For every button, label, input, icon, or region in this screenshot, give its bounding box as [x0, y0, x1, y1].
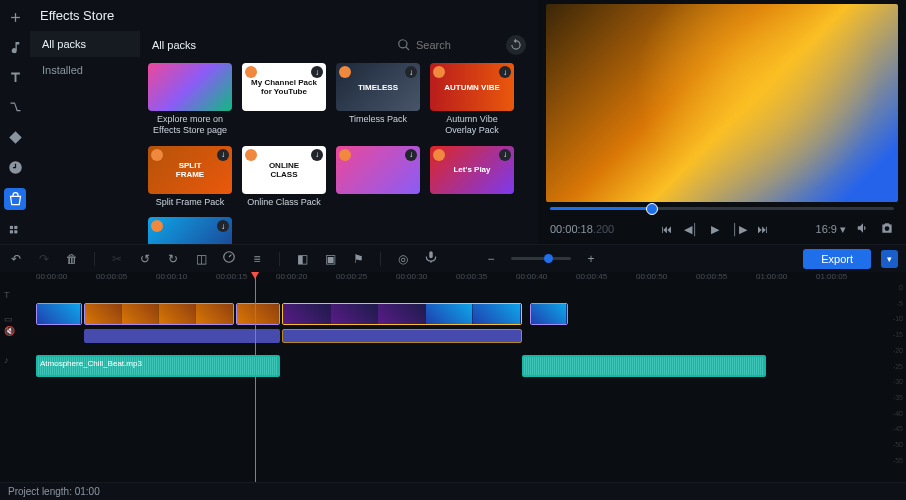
- preview-video[interactable]: [546, 4, 898, 202]
- video-track[interactable]: [36, 302, 906, 326]
- pack-label: Explore more on Effects Store page: [148, 114, 232, 136]
- download-icon[interactable]: ↓: [311, 149, 323, 161]
- play-icon[interactable]: ▶: [708, 223, 722, 236]
- status-bar: Project length: 01:00: [0, 482, 906, 500]
- track-text-icon[interactable]: T: [4, 290, 32, 300]
- search-input[interactable]: [416, 39, 496, 51]
- search-icon: [397, 38, 411, 52]
- undo-icon[interactable]: ↶: [8, 252, 24, 266]
- linked-audio-clip-selected[interactable]: [282, 329, 522, 343]
- pack-item[interactable]: AUTUMN VIBE↓Autumn Vibe Overlay Pack: [430, 63, 514, 136]
- preview-timecode: 00:00:18.200: [550, 223, 614, 236]
- download-icon[interactable]: ↓: [217, 149, 229, 161]
- refresh-button[interactable]: [506, 35, 526, 55]
- track-mute-icon[interactable]: 🔇: [4, 326, 32, 336]
- video-clip[interactable]: [36, 303, 82, 325]
- redo-icon[interactable]: ↷: [36, 252, 52, 266]
- ruler-tick: 00:00:10: [156, 272, 216, 288]
- preview-scrubber[interactable]: [546, 202, 898, 214]
- ruler-tick: 00:00:50: [636, 272, 696, 288]
- track-audio-icon[interactable]: ♪: [4, 355, 32, 365]
- ruler-tick: 00:00:40: [516, 272, 576, 288]
- tab-all-packs[interactable]: All packs: [30, 31, 140, 57]
- video-clip-selected[interactable]: [282, 303, 522, 325]
- music-icon[interactable]: [6, 38, 24, 56]
- export-dropdown[interactable]: ▾: [881, 250, 898, 268]
- pack-item[interactable]: Explore more on Effects Store page: [148, 63, 232, 136]
- preview-panel: 00:00:18.200 ⏮ ◀│ ▶ │▶ ⏭ 16:9 ▾: [538, 0, 906, 244]
- rotate-left-icon[interactable]: ↺: [137, 252, 153, 266]
- playhead[interactable]: [255, 272, 256, 482]
- premium-badge-icon: [339, 66, 351, 78]
- pack-item[interactable]: ONLINECLASS↓Online Class Pack: [242, 146, 326, 208]
- crop-icon[interactable]: ◫: [193, 252, 209, 266]
- track-video-icon[interactable]: ▭: [4, 314, 32, 324]
- pack-item[interactable]: ↓: [336, 146, 420, 208]
- download-icon[interactable]: ↓: [405, 66, 417, 78]
- download-icon[interactable]: ↓: [217, 220, 229, 232]
- linked-audio-clip[interactable]: [84, 329, 280, 343]
- more-icon[interactable]: [6, 222, 24, 240]
- video-clip[interactable]: [84, 303, 234, 325]
- ruler-tick: 01:00:00: [756, 272, 816, 288]
- premium-badge-icon: [245, 66, 257, 78]
- overlay-icon[interactable]: ▣: [322, 252, 338, 266]
- delete-icon[interactable]: 🗑: [64, 252, 80, 266]
- tab-installed[interactable]: Installed: [30, 57, 140, 83]
- color-icon[interactable]: ◧: [294, 252, 310, 266]
- pack-item[interactable]: TIMELESS↓Timeless Pack: [336, 63, 420, 136]
- pack-label: Autumn Vibe Overlay Pack: [430, 114, 514, 136]
- properties-icon[interactable]: ≡: [249, 252, 265, 266]
- download-icon[interactable]: ↓: [499, 149, 511, 161]
- cut-icon[interactable]: ✂: [109, 252, 125, 266]
- zoom-out-icon[interactable]: −: [483, 252, 499, 266]
- ruler-tick: 00:00:25: [336, 272, 396, 288]
- pack-item[interactable]: My Channel Packfor YouTube↓: [242, 63, 326, 136]
- pack-label: Timeless Pack: [349, 114, 407, 125]
- volume-icon[interactable]: [856, 221, 870, 237]
- audio-clip[interactable]: Atmosphere_Chill_Beat.mp3: [36, 355, 280, 377]
- timeline: 00:00:0000:00:0500:00:1000:00:1500:00:20…: [0, 272, 906, 482]
- premium-badge-icon: [151, 220, 163, 232]
- skip-end-icon[interactable]: ⏭: [756, 223, 770, 235]
- step-back-icon[interactable]: ◀│: [684, 223, 698, 236]
- video-clip[interactable]: [530, 303, 568, 325]
- sticker-icon[interactable]: [6, 128, 24, 146]
- aspect-ratio-select[interactable]: 16:9 ▾: [816, 223, 846, 236]
- svg-rect-0: [9, 225, 12, 228]
- search-box[interactable]: [397, 38, 496, 52]
- step-fwd-icon[interactable]: │▶: [732, 223, 746, 236]
- text-icon[interactable]: [6, 68, 24, 86]
- ruler-tick: 00:00:35: [456, 272, 516, 288]
- transition-icon[interactable]: [6, 98, 24, 116]
- ruler-tick: 00:00:20: [276, 272, 336, 288]
- zoom-in-icon[interactable]: +: [583, 252, 599, 266]
- timeline-ruler[interactable]: 00:00:0000:00:0500:00:1000:00:1500:00:20…: [0, 272, 906, 288]
- pack-item[interactable]: SPLITFRAME↓Split Frame Pack: [148, 146, 232, 208]
- audio-clip[interactable]: [522, 355, 766, 377]
- add-icon[interactable]: [6, 8, 24, 26]
- rotate-right-icon[interactable]: ↻: [165, 252, 181, 266]
- speed-icon[interactable]: [221, 250, 237, 267]
- mic-icon[interactable]: [423, 250, 439, 267]
- pack-item[interactable]: Let's Play↓: [430, 146, 514, 208]
- download-icon[interactable]: ↓: [311, 66, 323, 78]
- skip-start-icon[interactable]: ⏮: [660, 223, 674, 235]
- download-icon[interactable]: ↓: [499, 66, 511, 78]
- clock-icon[interactable]: [6, 158, 24, 176]
- premium-badge-icon: [433, 66, 445, 78]
- record-icon[interactable]: ◎: [395, 252, 411, 266]
- marker-icon[interactable]: ⚑: [350, 252, 366, 266]
- snapshot-icon[interactable]: [880, 221, 894, 237]
- video-clip[interactable]: [236, 303, 280, 325]
- effects-store-icon[interactable]: [4, 188, 26, 210]
- project-length-label: Project length: 01:00: [8, 486, 100, 497]
- download-icon[interactable]: ↓: [405, 149, 417, 161]
- ruler-tick: 00:00:55: [696, 272, 756, 288]
- pack-item[interactable]: ↓: [148, 217, 232, 244]
- audio-track[interactable]: Atmosphere_Chill_Beat.mp3: [36, 354, 906, 378]
- ruler-tick: 00:00:00: [36, 272, 96, 288]
- linked-audio-track[interactable]: [36, 328, 906, 344]
- zoom-slider[interactable]: [511, 257, 571, 260]
- export-button[interactable]: Export: [803, 249, 871, 269]
